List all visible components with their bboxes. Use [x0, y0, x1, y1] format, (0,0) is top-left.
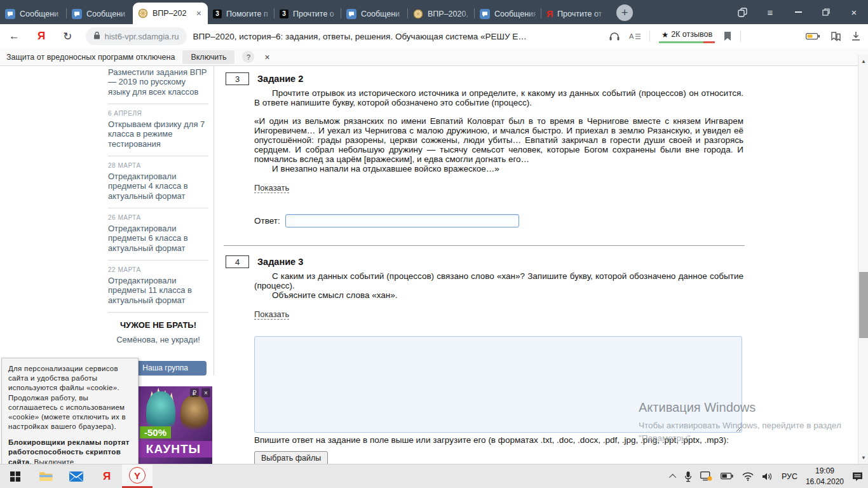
download-icon[interactable] [851, 31, 860, 41]
tab-help[interactable]: 3 Помогите п [208, 3, 274, 24]
help-icon[interactable]: ? [242, 51, 254, 63]
protection-warning-bar: Защита от вредоносных программ отключена… [0, 48, 868, 66]
tab-close-icon[interactable]: × [195, 9, 203, 18]
ad-controls: ₽ × [190, 388, 210, 397]
ad-banner[interactable]: -50% КАУНТЫ ₽ × [135, 386, 212, 464]
task3-answer-textarea[interactable] [254, 336, 742, 433]
news-item: Разместили задания ВПР — 2019 по русском… [108, 66, 208, 104]
task3-header: 4 Задание 3 [224, 255, 745, 268]
tab-vpr-active[interactable]: ВПР–202 × [133, 3, 208, 24]
news-link[interactable]: Отредактировали предметы 4 класса в акту… [108, 172, 208, 201]
browser-letter: Y [129, 467, 146, 484]
task-divider [224, 245, 745, 246]
close-button[interactable]: × [840, 0, 868, 24]
notification-center-icon[interactable] [852, 471, 863, 482]
tab-yandex-read[interactable]: Я Прочтите от [541, 3, 607, 24]
microphone-icon[interactable] [684, 471, 692, 482]
tray-chevron-icon[interactable] [671, 474, 676, 479]
minimize-button[interactable] [784, 0, 812, 24]
reader-mode-icon[interactable]: A [629, 32, 641, 41]
ad-close-icon[interactable]: × [201, 388, 210, 397]
yandex-browser-icon[interactable]: Y [122, 464, 153, 488]
toolbar-divider [740, 30, 741, 42]
mail-icon[interactable] [61, 464, 92, 488]
reviews-widget[interactable]: ★2К отзывов [659, 30, 715, 43]
task3-line2: Объясните смысл слова «хан». [224, 290, 745, 300]
bookmark-icon[interactable] [724, 31, 731, 41]
display-cast-icon[interactable] [700, 471, 712, 481]
browser-toolbar: ← Я ↻ hist6-vpr.sdamgia.ru ВПР–2020, ист… [0, 24, 868, 48]
enable-button[interactable]: Включить [182, 50, 234, 64]
tab-label: Сообщени [20, 10, 58, 18]
tab-messages-2[interactable]: Сообщени [67, 3, 133, 24]
task2-quote: «И один из вельмож рязанских по имени Ев… [224, 116, 745, 164]
tab-messages-3[interactable]: Сообщени [341, 3, 407, 24]
battery-icon[interactable] [806, 32, 820, 40]
news-date: 26 МАРТА [108, 214, 208, 221]
lock-icon [93, 30, 100, 42]
vpr-favicon [138, 8, 148, 18]
tab-label: Помогите п [226, 10, 268, 18]
page-scrollbar[interactable]: ▲ ▼ [858, 55, 868, 464]
task3-show-link[interactable]: Показать [254, 309, 289, 320]
news-date: 22 МАРТА [108, 266, 208, 273]
news-link[interactable]: Отредактировали предметы 11 класса в акт… [108, 276, 208, 305]
chat-icon [5, 9, 15, 19]
yandex-app-icon[interactable]: Я [92, 464, 122, 488]
tab-label: ВПР–2020, с [428, 10, 469, 18]
task2-answer-input[interactable] [285, 214, 519, 227]
task2-title: Задание 2 [257, 74, 303, 84]
choose-files-button[interactable]: Выбрать файлы [254, 451, 328, 465]
chat-icon [346, 9, 356, 19]
tab-label: Прочтите от [557, 10, 602, 18]
chat-icon [480, 9, 490, 19]
start-button[interactable] [0, 464, 31, 488]
badge3-favicon: 3 [213, 10, 222, 18]
url-domain: hist6-vpr.sdamgia.ru [104, 32, 179, 41]
ad-ruble-icon[interactable]: ₽ [190, 388, 199, 397]
refresh-icon[interactable]: ↻ [54, 30, 81, 43]
news-link[interactable]: Открываем физику для 7 класса в режиме т… [108, 119, 208, 149]
warning-close-icon[interactable]: × [262, 52, 272, 62]
system-tray: РУС 19:09 16.04.2020 [671, 464, 868, 488]
vpr-favicon [413, 9, 423, 19]
scroll-up-icon[interactable]: ▲ [858, 56, 868, 66]
headphones-icon[interactable] [609, 31, 620, 41]
task2-show-link[interactable]: Показать [254, 183, 289, 193]
scroll-down-icon[interactable]: ▼ [858, 452, 868, 463]
volume-icon[interactable] [762, 472, 773, 481]
star-icon: ★ [661, 30, 668, 39]
news-link[interactable]: Разместили задания ВПР — 2019 по русском… [108, 67, 208, 97]
scrollbar-thumb[interactable] [859, 272, 868, 338]
clock[interactable]: 19:09 16.04.2020 [806, 466, 844, 486]
toolbar-divider [649, 30, 650, 42]
wifi-icon[interactable] [742, 472, 754, 481]
window-controls: ≡ × [728, 0, 868, 24]
tab-label: Сообщени [86, 10, 125, 18]
badge3-favicon: 3 [280, 10, 288, 18]
news-item: 22 МАРТА Отредактировали предметы 11 кла… [108, 261, 208, 313]
language-indicator[interactable]: РУС [782, 472, 797, 481]
back-icon[interactable]: ← [0, 30, 29, 43]
tab-panels-icon[interactable] [728, 0, 756, 24]
news-link[interactable]: Отредактировали предметы 6 класса в акту… [108, 224, 208, 253]
task3-intro: С каким из данных событий (процессов) св… [224, 271, 745, 290]
tab-read[interactable]: 3 Прочтите о [275, 3, 341, 24]
tray-battery-icon[interactable] [721, 473, 734, 480]
warning-text: Защита от вредоносных программ отключена [6, 53, 175, 62]
yandex-icon: Я [546, 9, 553, 19]
task3-number-box: 4 [226, 255, 249, 268]
yandex-logo[interactable]: Я [29, 30, 54, 43]
tab-vpr-2[interactable]: ВПР–2020, с [408, 3, 474, 24]
task2-intro: Прочтите отрывок из исторического источн… [224, 88, 745, 107]
new-tab-button[interactable]: + [616, 4, 633, 21]
tab-messages-1[interactable]: Сообщени [0, 3, 66, 24]
maximize-button[interactable] [812, 0, 840, 24]
task3-title: Задание 3 [257, 257, 303, 267]
tab-messages-4[interactable]: Сообщения [475, 3, 541, 24]
collections-icon[interactable] [831, 31, 841, 41]
address-bar[interactable]: hist6-vpr.sdamgia.ru [86, 27, 186, 45]
menu-icon[interactable]: ≡ [756, 0, 784, 24]
upload-hint: Впишите ответ на задание в поле выше или… [224, 435, 745, 445]
file-explorer-icon[interactable] [31, 464, 61, 488]
